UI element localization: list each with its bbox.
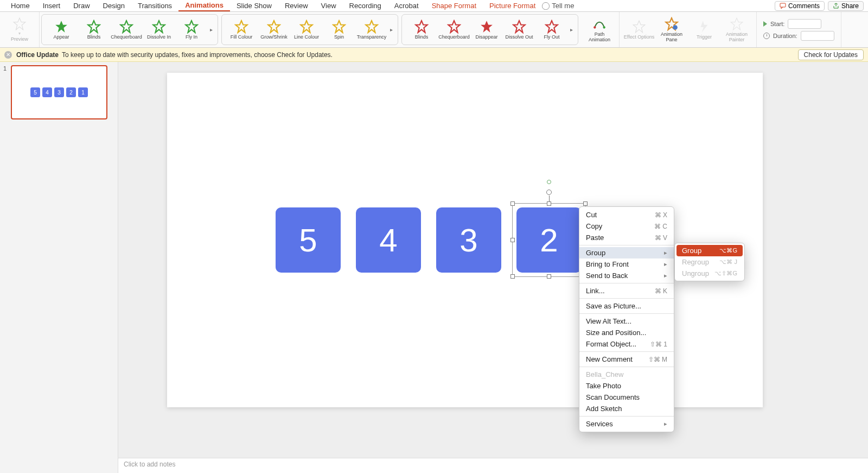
mini-box: 5 [30, 87, 40, 97]
thumb-number: 1 [3, 65, 9, 119]
duration-label: Duration: [773, 33, 797, 39]
anim-appear[interactable]: Appear [45, 14, 78, 46]
resize-handle[interactable] [547, 274, 551, 279]
ctx-group[interactable]: Group▸ [579, 247, 674, 258]
anim-line-colour[interactable]: Line Colour [290, 14, 323, 46]
group-submenu: Group⌥⌘G Regroup⌥⌘ J Ungroup⌥⇧⌘G [674, 243, 745, 281]
tab-picture-format[interactable]: Picture Format [483, 1, 542, 11]
ctx-format-object[interactable]: Format Object...⇧⌘ 1 [579, 338, 674, 350]
anim-chequerboard-out[interactable]: Chequerboard [438, 14, 470, 46]
ctx-copy[interactable]: Copy⌘ C [579, 220, 674, 232]
anim-blinds-in[interactable]: Blinds [78, 14, 110, 46]
tab-insert[interactable]: Insert [36, 1, 67, 11]
resize-handle[interactable] [510, 238, 515, 242]
shape-box-3[interactable]: 3 [436, 207, 501, 273]
star-green-icon [184, 20, 199, 34]
slide-thumbnail-1[interactable]: 5 4 3 2 1 [11, 65, 107, 119]
star-red-icon [414, 20, 429, 34]
ctx-new-comment[interactable]: New Comment⇧⌘ M [579, 354, 674, 365]
anim-grow-shrink[interactable]: Grow/Shrink [258, 14, 290, 46]
tab-animations[interactable]: Animations [178, 0, 230, 11]
brush-star-icon [730, 17, 744, 31]
tab-slideshow[interactable]: Slide Show [230, 1, 278, 11]
entrance-more[interactable]: ▸ [208, 27, 214, 33]
ctx-scan-docs[interactable]: Scan Documents [579, 392, 674, 403]
notes-pane[interactable]: Click to add notes [118, 458, 868, 473]
comments-button[interactable]: Comments [775, 1, 825, 11]
ctx-bella: Bella_Chew [579, 369, 674, 380]
anim-disappear[interactable]: Disappear [470, 14, 503, 46]
preview-button[interactable]: ▾ Preview [3, 14, 36, 46]
ctx-services[interactable]: Services▸ [579, 418, 674, 430]
main-tabs: Home Insert Draw Design Transitions Anim… [0, 0, 868, 12]
ctx-add-sketch[interactable]: Add Sketch [579, 403, 674, 414]
check-updates-button[interactable]: Check for Updates [798, 49, 864, 60]
rotate-handle-top[interactable] [547, 180, 551, 184]
gear-star-icon [665, 17, 679, 31]
star-green-icon [152, 20, 166, 34]
tab-design[interactable]: Design [97, 1, 131, 11]
anim-dissolve-in[interactable]: Dissolve In [143, 14, 175, 46]
trigger-button[interactable]: Trigger [688, 14, 720, 46]
anim-fill-colour[interactable]: Fill Colour [225, 14, 258, 46]
tab-shape-format[interactable]: Shape Format [425, 1, 483, 11]
ctx-send-back[interactable]: Send to Back▸ [579, 270, 674, 281]
start-label: Start: [770, 21, 784, 27]
tab-transitions[interactable]: Transitions [131, 1, 178, 11]
ctx-bring-front[interactable]: Bring to Front▸ [579, 258, 674, 270]
notice-title: Office Update [16, 51, 59, 59]
tab-home[interactable]: Home [4, 1, 36, 11]
ribbon-emphasis-group: Fill Colour Grow/Shrink Line Colour Spin… [221, 14, 398, 45]
anim-fly-out[interactable]: Fly Out [535, 14, 568, 46]
comment-icon [780, 3, 786, 9]
anim-transparency[interactable]: Transparency [355, 14, 388, 46]
exit-more[interactable]: ▸ [568, 27, 575, 33]
resize-handle[interactable] [547, 201, 551, 206]
tab-acrobat[interactable]: Acrobat [388, 1, 425, 11]
resize-handle[interactable] [510, 201, 515, 206]
shape-box-4[interactable]: 4 [356, 207, 421, 273]
anim-blinds-out[interactable]: Blinds [405, 14, 438, 46]
tab-view[interactable]: View [315, 1, 343, 11]
notice-text: To keep up to date with security updates… [62, 51, 333, 59]
anim-spin[interactable]: Spin [323, 14, 355, 46]
ctx-take-photo[interactable]: Take Photo [579, 380, 674, 392]
emphasis-more[interactable]: ▸ [388, 27, 394, 33]
shape-box-5[interactable]: 5 [276, 207, 341, 273]
canvas-area: 5 4 3 2 Click to add no [118, 62, 868, 473]
resize-handle[interactable] [510, 274, 515, 279]
ribbon-entrance-group: Appear Blinds Chequerboard Dissolve In F… [41, 14, 218, 45]
animation-pane-button[interactable]: Animation Pane [655, 14, 688, 46]
start-input[interactable] [788, 19, 821, 29]
effect-options-button[interactable]: Effect Options [623, 14, 655, 46]
share-button[interactable]: Share [828, 1, 864, 11]
anim-chequerboard-in[interactable]: Chequerboard [110, 14, 143, 46]
resize-handle[interactable] [583, 201, 588, 206]
sub-group[interactable]: Group⌥⌘G [676, 245, 743, 256]
ctx-alt-text[interactable]: View Alt Text... [579, 316, 674, 327]
ribbon-timing-group: Start: Duration: [757, 12, 841, 47]
close-notice-icon[interactable]: ✕ [4, 51, 12, 59]
animation-painter-button[interactable]: Animation Painter [720, 14, 753, 46]
selection-frame[interactable] [512, 203, 586, 277]
tab-draw[interactable]: Draw [67, 1, 96, 11]
rotate-handle[interactable] [546, 190, 552, 195]
update-notice: ✕ Office Update To keep up to date with … [0, 48, 868, 62]
ctx-cut[interactable]: Cut⌘ X [579, 209, 674, 220]
star-yellow-icon [365, 20, 379, 34]
ctx-save-picture[interactable]: Save as Picture... [579, 300, 674, 312]
tab-recording[interactable]: Recording [343, 1, 388, 11]
star-green-icon [87, 20, 101, 34]
ctx-link[interactable]: Link...⌘ K [579, 285, 674, 297]
ctx-paste[interactable]: Paste⌘ V [579, 232, 674, 243]
anim-fly-in[interactable]: Fly In [175, 14, 208, 46]
duration-input[interactable] [801, 31, 834, 41]
path-animation-button[interactable]: Path Animation [583, 14, 616, 46]
lightbulb-icon [542, 2, 550, 10]
preview-label: Preview [11, 37, 28, 42]
anim-dissolve-out[interactable]: Dissolve Out [503, 14, 535, 46]
ctx-size-position[interactable]: Size and Position... [579, 327, 674, 338]
tell-me[interactable]: Tell me [552, 2, 574, 10]
mini-box: 2 [66, 87, 76, 97]
tab-review[interactable]: Review [278, 1, 315, 11]
